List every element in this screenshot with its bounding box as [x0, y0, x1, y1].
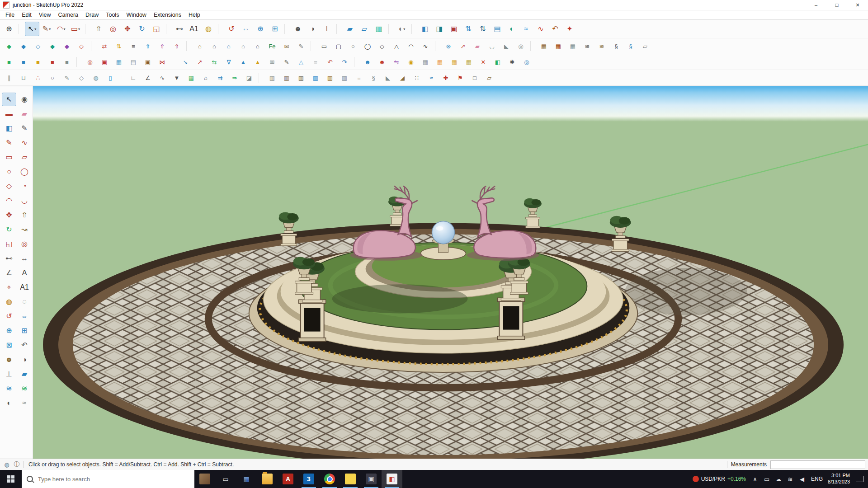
- box-outline-tool[interactable]: □: [467, 71, 482, 84]
- solid-union-tool[interactable]: ◆: [16, 40, 31, 52]
- zoom-window-tool-left[interactable]: ⊞: [17, 324, 32, 338]
- menu-view[interactable]: View: [35, 11, 55, 19]
- blue-cube-tool[interactable]: ■: [16, 56, 31, 68]
- green-cube-tool[interactable]: ■: [2, 56, 16, 68]
- text-tool[interactable]: A1: [187, 22, 201, 36]
- solid-split-tool[interactable]: ◇: [74, 40, 89, 52]
- scale-tool-left[interactable]: ◱: [2, 237, 16, 251]
- add-location-tool[interactable]: ◧: [418, 22, 432, 36]
- flag-tool[interactable]: ⚑: [453, 71, 467, 84]
- target-tool[interactable]: ◎: [519, 56, 534, 68]
- stamp-tool[interactable]: ▼: [170, 71, 184, 84]
- axes-tool[interactable]: ⌖: [2, 281, 16, 294]
- volume-icon[interactable]: ◀: [798, 473, 806, 485]
- draw-polygon-tool[interactable]: ◇: [375, 40, 389, 52]
- menu-extensions[interactable]: Extensions: [150, 11, 185, 19]
- zoom-extents-left[interactable]: ⊠: [2, 338, 16, 352]
- redo-blue-tool[interactable]: ↷: [337, 56, 352, 68]
- edit-pencil-tool[interactable]: ✎: [17, 122, 32, 135]
- hidden-icons-chevron[interactable]: ∧: [751, 473, 759, 485]
- mesh-tool[interactable]: ▦: [184, 71, 198, 84]
- calculator-app[interactable]: ▦: [236, 470, 257, 488]
- plane-tool[interactable]: △: [294, 56, 308, 68]
- link-tool[interactable]: ⋈: [155, 56, 170, 68]
- warehouse-3d-tool[interactable]: ◨: [432, 22, 447, 36]
- mirror-tool[interactable]: ▯: [103, 71, 118, 84]
- circle-gray-tool[interactable]: ○: [45, 71, 60, 84]
- shell-tool[interactable]: ◎: [514, 40, 528, 52]
- draw-square-tool[interactable]: ▢: [331, 40, 346, 52]
- geolocation-icon[interactable]: ◍: [3, 460, 11, 469]
- fog-tool[interactable]: ≈: [17, 396, 32, 410]
- rectangle-tool[interactable]: ▭: [2, 150, 16, 164]
- swap-tool[interactable]: ⇄: [97, 40, 112, 52]
- line-tool[interactable]: ✎: [39, 22, 54, 36]
- wave-tool[interactable]: ≈: [424, 71, 439, 84]
- dimension-tool[interactable]: ↔: [17, 252, 32, 265]
- push-pull-tool-left[interactable]: ⇧: [17, 208, 32, 222]
- menu-tools[interactable]: Tools: [102, 11, 123, 19]
- gear-tool[interactable]: ✱: [505, 56, 519, 68]
- eraser-tool[interactable]: ▰: [17, 107, 32, 121]
- rail-tool-1[interactable]: ▥: [265, 71, 279, 84]
- shadows-toggle[interactable]: ◐: [505, 22, 519, 36]
- table-tool[interactable]: ▦: [418, 56, 433, 68]
- wifi-icon[interactable]: ≋: [786, 473, 794, 485]
- extension-warehouse-tool[interactable]: ▣: [447, 22, 461, 36]
- chart-tool[interactable]: ◪: [242, 71, 256, 84]
- undo-red-tool[interactable]: ↶: [323, 56, 337, 68]
- corner-round-tool[interactable]: ◡: [485, 40, 499, 52]
- bag-tool[interactable]: ▣: [141, 56, 155, 68]
- normal-push-pull-tool[interactable]: ⇧: [170, 40, 184, 52]
- help-icon[interactable]: ⓘ: [13, 460, 21, 469]
- maximize-button[interactable]: □: [826, 0, 847, 10]
- note-tool[interactable]: ✉: [279, 40, 294, 52]
- taskbar-search[interactable]: [22, 470, 194, 488]
- grid-gold-tool[interactable]: ▦: [462, 56, 476, 68]
- rail-tool-3[interactable]: ▥: [294, 71, 308, 84]
- fog-toggle[interactable]: ≈: [519, 22, 533, 36]
- taskbar-search-input[interactable]: [37, 475, 189, 483]
- make-component-tool[interactable]: ◧: [2, 122, 16, 135]
- arrows-green-tool[interactable]: ⇒: [227, 71, 242, 84]
- draw-rectangle-tool[interactable]: ▭: [317, 40, 331, 52]
- exchange-tool[interactable]: ⇆: [207, 56, 222, 68]
- display-icon[interactable]: ▭: [763, 473, 771, 485]
- menu-camera[interactable]: Camera: [55, 11, 82, 19]
- compass-tool[interactable]: ⊛: [441, 40, 456, 52]
- stack-tool[interactable]: ⇅: [112, 40, 126, 52]
- skew-tool[interactable]: ▱: [638, 40, 652, 52]
- solid-subtract-tool[interactable]: ◇: [31, 40, 45, 52]
- solid-trim-tool[interactable]: ◆: [45, 40, 60, 52]
- sketchup-app[interactable]: ◧: [382, 470, 402, 488]
- draw-freehand-tool[interactable]: ∿: [418, 40, 433, 52]
- eye-tool[interactable]: ◉: [17, 93, 32, 106]
- paint-roller-tool[interactable]: ▬: [2, 107, 16, 121]
- component-cube-tool[interactable]: ◧: [491, 56, 505, 68]
- flip-tool[interactable]: ⇋: [389, 56, 404, 68]
- close-button[interactable]: ✕: [847, 0, 868, 10]
- line-tool-left[interactable]: ✎: [2, 136, 16, 150]
- zoom-tool-left[interactable]: ⊕: [2, 324, 16, 338]
- currency-ticker[interactable]: USD/PKR +0.16%: [693, 476, 746, 482]
- three-point-arc-tool[interactable]: ◡: [17, 194, 32, 207]
- rail-tool-5[interactable]: ▥: [323, 71, 337, 84]
- coin-tool[interactable]: ◉: [404, 56, 418, 68]
- draw-arc-segment-tool[interactable]: ◠: [404, 40, 418, 52]
- action-center-icon[interactable]: [856, 476, 863, 482]
- mesh-weave-tool[interactable]: ≋: [594, 40, 609, 52]
- smooth-curve-tool[interactable]: ∿: [533, 22, 548, 36]
- cone-blue-tool[interactable]: ▲: [236, 56, 250, 68]
- delete-tool[interactable]: ✕: [476, 56, 491, 68]
- grid-yellow-tool[interactable]: ▦: [447, 56, 462, 68]
- scale-tool[interactable]: ◱: [149, 22, 164, 36]
- weave-tool[interactable]: ≋: [580, 40, 594, 52]
- text-tool-left[interactable]: A: [17, 266, 32, 280]
- sticky-notes-app[interactable]: [340, 470, 361, 488]
- gray-cube-tool[interactable]: ■: [60, 56, 74, 68]
- rotate-tool-left[interactable]: ↻: [2, 223, 16, 236]
- pipe-tool[interactable]: ∥: [2, 71, 16, 84]
- yellow-cube-tool[interactable]: ■: [31, 56, 45, 68]
- align-tool[interactable]: ≡: [126, 40, 141, 52]
- frame-select-tool[interactable]: ▣: [97, 56, 112, 68]
